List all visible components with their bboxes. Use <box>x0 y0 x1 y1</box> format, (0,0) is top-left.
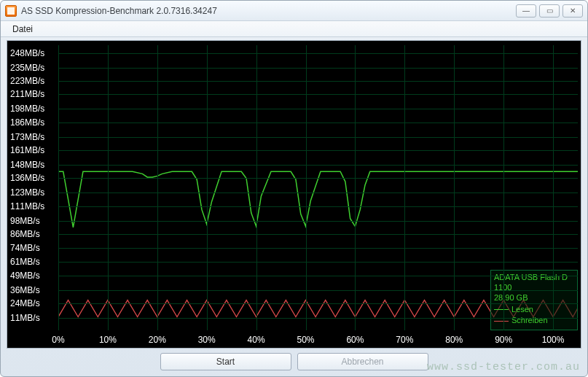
gridline-h <box>58 318 578 319</box>
plot: ADATA USB Flash D 1100 28,90 GB Lesen Sc… <box>58 45 578 330</box>
gridline-h <box>58 248 578 249</box>
gridline-h <box>58 206 578 207</box>
gridline-h <box>58 94 578 95</box>
legend-read: Lesen <box>494 305 574 315</box>
gridline-v <box>503 45 504 330</box>
window-controls: — ▭ ✕ <box>516 4 583 18</box>
legend-write-swatch <box>494 321 509 322</box>
y-tick-label: 211MB/s <box>10 89 55 99</box>
y-tick-label: 24MB/s <box>10 298 55 308</box>
app-window: AS SSD Kompression-Benchmark 2.0.7316.34… <box>0 0 588 377</box>
y-tick-label: 148MB/s <box>10 160 55 170</box>
gridline-h <box>58 178 578 179</box>
gridline-h <box>58 221 578 222</box>
y-tick-label: 11MB/s <box>10 313 55 323</box>
gridline-h <box>58 68 578 69</box>
gridline-h <box>58 150 578 151</box>
info-capacity: 28,90 GB <box>494 293 574 303</box>
titlebar: AS SSD Kompression-Benchmark 2.0.7316.34… <box>1 1 587 21</box>
x-tick-label: 70% <box>396 335 413 345</box>
chart-area: ADATA USB Flash D 1100 28,90 GB Lesen Sc… <box>7 40 581 349</box>
menubar: Datei <box>1 21 587 37</box>
legend-read-label: Lesen <box>511 305 533 315</box>
x-tick-label: 0% <box>52 335 64 345</box>
gridline-h <box>58 109 578 109</box>
x-tick-label: 20% <box>149 335 166 345</box>
gridline-h <box>58 53 578 54</box>
gridline-v <box>454 45 455 330</box>
gridline-h <box>58 234 578 235</box>
series-line <box>58 171 578 228</box>
y-tick-label: 136MB/s <box>10 173 55 183</box>
gridline-h <box>58 81 578 82</box>
y-tick-label: 36MB/s <box>10 285 55 295</box>
gridline-v <box>58 45 59 330</box>
button-row: Start Abbrechen <box>1 351 587 372</box>
menu-file[interactable]: Datei <box>7 23 39 36</box>
gridline-h <box>58 165 578 166</box>
x-tick-label: 60% <box>346 335 364 345</box>
gridline-h <box>58 123 578 123</box>
maximize-icon: ▭ <box>546 7 553 15</box>
y-tick-label: 111MB/s <box>10 201 55 211</box>
gridline-h <box>58 303 578 304</box>
y-tick-label: 74MB/s <box>10 243 55 253</box>
y-tick-label: 161MB/s <box>10 145 55 155</box>
x-tick-label: 10% <box>99 335 117 345</box>
legend-read-swatch <box>494 309 509 310</box>
gridline-v <box>355 45 356 330</box>
x-tick-label: 40% <box>248 335 265 345</box>
minimize-icon: — <box>522 7 530 15</box>
gridline-h <box>58 276 578 276</box>
gridline-h <box>58 193 578 193</box>
close-button[interactable]: ✕ <box>562 4 583 18</box>
y-tick-label: 235MB/s <box>10 63 55 73</box>
gridline-v <box>157 45 158 330</box>
gridline-h <box>58 262 578 263</box>
close-icon: ✕ <box>570 7 576 15</box>
info-firmware: 1100 <box>494 283 574 293</box>
gridline-v <box>207 45 208 330</box>
maximize-button[interactable]: ▭ <box>539 4 560 18</box>
gridline-h <box>58 137 578 138</box>
x-tick-label: 100% <box>542 335 565 345</box>
x-tick-label: 50% <box>297 335 315 345</box>
app-icon <box>5 5 17 17</box>
cancel-button: Abbrechen <box>297 353 428 370</box>
y-tick-label: 223MB/s <box>10 76 55 86</box>
x-tick-label: 30% <box>198 335 216 345</box>
start-button[interactable]: Start <box>160 353 291 370</box>
y-tick-label: 123MB/s <box>10 187 55 198</box>
y-tick-label: 61MB/s <box>10 257 55 267</box>
y-tick-label: 186MB/s <box>10 117 55 128</box>
window-title: AS SSD Kompression-Benchmark 2.0.7316.34… <box>21 6 217 16</box>
y-tick-label: 86MB/s <box>10 229 55 239</box>
y-tick-label: 248MB/s <box>10 48 55 58</box>
x-tick-label: 90% <box>495 335 512 345</box>
gridline-v <box>256 45 257 330</box>
y-tick-label: 98MB/s <box>10 216 55 226</box>
minimize-button[interactable]: — <box>516 4 536 18</box>
y-tick-label: 198MB/s <box>10 104 55 114</box>
gridline-h <box>58 290 578 291</box>
gridline-v <box>404 45 405 330</box>
y-tick-label: 173MB/s <box>10 132 55 142</box>
gridline-v <box>553 45 554 330</box>
x-tick-label: 80% <box>445 335 463 345</box>
y-tick-label: 49MB/s <box>10 271 55 281</box>
gridline-v <box>108 45 109 330</box>
info-device: ADATA USB Flash D <box>494 273 574 283</box>
gridline-v <box>306 45 307 330</box>
